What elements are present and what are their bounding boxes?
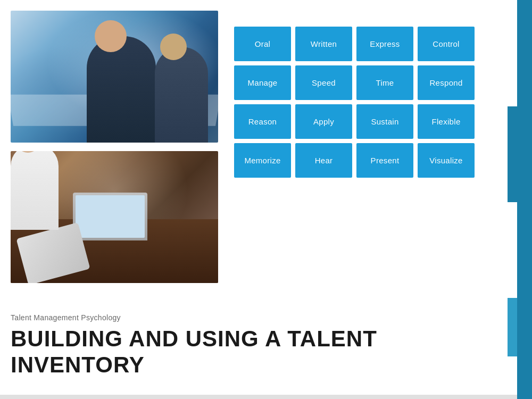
skill-btn-time[interactable]: Time: [356, 65, 413, 100]
skill-btn-written[interactable]: Written: [295, 27, 352, 61]
skill-btn-hear[interactable]: Hear: [295, 143, 352, 178]
images-column: [11, 11, 218, 283]
skill-btn-manage[interactable]: Manage: [234, 65, 291, 100]
slide: OralWrittenExpressControlManageSpeedTime…: [0, 0, 532, 399]
subtitle: Talent Management Psychology: [11, 313, 503, 322]
skill-btn-control[interactable]: Control: [418, 27, 475, 61]
main-title: BUILDING AND USING A TALENT INVENTORY: [11, 326, 463, 378]
photo-meeting: [11, 11, 218, 143]
skill-btn-reason[interactable]: Reason: [234, 104, 291, 139]
accent-rect-1: [508, 106, 517, 202]
skill-btn-respond[interactable]: Respond: [418, 65, 475, 100]
skill-btn-visualize[interactable]: Visualize: [418, 143, 475, 178]
skill-btn-memorize[interactable]: Memorize: [234, 143, 291, 178]
skill-btn-speed[interactable]: Speed: [295, 65, 352, 100]
main-title-line1: BUILDING AND USING A TALENT: [11, 326, 377, 351]
skill-btn-apply[interactable]: Apply: [295, 104, 352, 139]
skill-btn-oral[interactable]: Oral: [234, 27, 291, 61]
skills-grid: OralWrittenExpressControlManageSpeedTime…: [234, 27, 475, 283]
right-accent-bar: [517, 0, 532, 399]
top-section: OralWrittenExpressControlManageSpeedTime…: [11, 11, 503, 283]
skill-btn-flexible[interactable]: Flexible: [418, 104, 475, 139]
photo-cafe: [11, 151, 218, 283]
bottom-section: Talent Management Psychology BUILDING AN…: [11, 313, 503, 378]
skill-btn-express[interactable]: Express: [356, 27, 413, 61]
skill-btn-sustain[interactable]: Sustain: [356, 104, 413, 139]
bottom-bar: [0, 395, 532, 399]
skill-btn-present[interactable]: Present: [356, 143, 413, 178]
accent-rect-2: [508, 298, 517, 356]
main-title-line2: INVENTORY: [11, 352, 145, 377]
